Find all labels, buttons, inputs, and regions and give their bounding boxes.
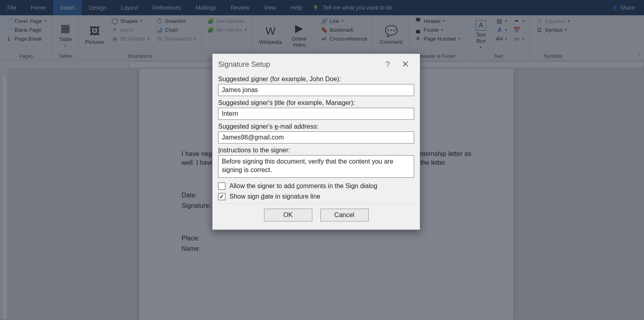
show-sign-date-checkbox[interactable]: Show sign date in signature line [218, 193, 414, 200]
signer-email-input[interactable] [218, 131, 414, 144]
signer-email-label: Suggested signer's e-mail address: [218, 123, 414, 130]
signer-label: Suggested signer (for example, John Doe)… [218, 76, 414, 83]
show-sign-date-label: Show sign date in signature line [229, 193, 320, 200]
allow-comments-label: Allow the signer to add comments in the … [229, 183, 377, 190]
checkbox-icon [218, 193, 225, 200]
signature-setup-dialog: Signature Setup ? ✕ Suggested signer (fo… [212, 53, 420, 230]
dialog-title: Signature Setup [218, 60, 270, 69]
cancel-button[interactable]: Cancel [320, 209, 369, 222]
signer-title-input[interactable] [218, 108, 414, 120]
allow-comments-checkbox[interactable]: Allow the signer to add comments in the … [218, 183, 414, 190]
signer-title-label: Suggested signer's title (for example, M… [218, 99, 414, 107]
dialog-help-button[interactable]: ? [379, 60, 396, 69]
signer-input[interactable] [218, 84, 414, 96]
dialog-titlebar[interactable]: Signature Setup ? ✕ [213, 54, 420, 75]
instructions-textarea[interactable] [218, 155, 414, 178]
instructions-label: Instructions to the signer: [218, 147, 414, 154]
checkbox-icon [218, 183, 225, 190]
dialog-close-button[interactable]: ✕ [396, 59, 414, 70]
ok-button[interactable]: OK [264, 209, 312, 222]
